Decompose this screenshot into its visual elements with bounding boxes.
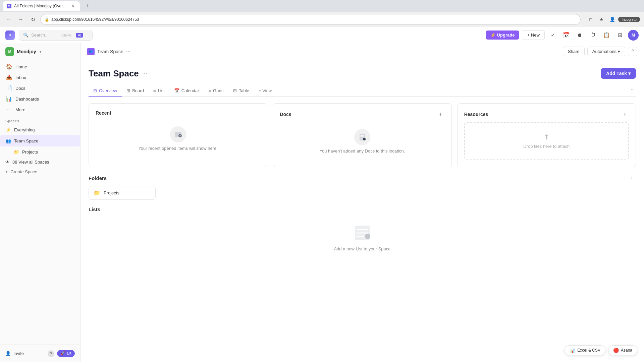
search-icon: 🔍: [23, 33, 29, 38]
add-view-button[interactable]: + View: [255, 85, 275, 96]
lists-title: Lists: [89, 206, 100, 212]
team-space-dots[interactable]: ···: [63, 137, 69, 144]
asana-icon: 🔴: [613, 348, 619, 353]
sidebar-item-docs[interactable]: 📄 Docs: [3, 83, 77, 94]
sidebar-footer: 👤 Invite ? 🚀 1/5: [0, 345, 80, 362]
tab-gantt[interactable]: ≡ Gantt: [204, 85, 228, 97]
everything-label: Everything: [14, 127, 35, 132]
workspace-icon: M: [5, 47, 14, 56]
folders-add-button[interactable]: +: [628, 174, 636, 182]
drop-area[interactable]: ⬆ Drop files here to attach: [464, 122, 629, 160]
new-button[interactable]: + New: [522, 30, 545, 40]
tabs-collapse-button[interactable]: ⌃: [628, 87, 636, 95]
view-all-spaces[interactable]: 👁 88 View all Spaces: [0, 157, 80, 167]
upgrade-button[interactable]: ⚡ Upgrade: [486, 31, 520, 40]
workspace-name: Moodjoy: [17, 49, 36, 54]
view-all-icon: 👁: [5, 160, 10, 165]
gantt-tab-label: Gantt: [213, 88, 224, 93]
sidebar-item-team-space[interactable]: 👥 Team Space ··· +: [0, 135, 80, 146]
add-task-chevron-icon: ▾: [628, 71, 631, 76]
app-logo: ✦: [5, 31, 15, 40]
browser-tab[interactable]: M All Folders | Moodjoy (Overvie... ✕: [3, 1, 80, 11]
profile-icon[interactable]: 👤: [607, 15, 617, 24]
more-icon: ⋯: [6, 107, 12, 113]
folders-header: Folders +: [89, 174, 636, 182]
ai-label[interactable]: AI: [76, 33, 83, 38]
share-button[interactable]: Share: [563, 47, 585, 56]
search-placeholder: Search...: [31, 33, 49, 38]
sidebar-item-everything[interactable]: ⚡ Everything: [0, 124, 80, 135]
tab-board[interactable]: ⊞ Board: [122, 85, 149, 97]
address-bar[interactable]: 🔒 app.clickup.com/9016164592/v/o/s/90160…: [40, 14, 581, 25]
browser-new-tab-btn[interactable]: +: [83, 1, 92, 11]
browser-chrome: M All Folders | Moodjoy (Overvie... ✕ + …: [0, 0, 644, 27]
progress-pill[interactable]: 🚀 1/5: [57, 350, 75, 357]
sidebar-item-more[interactable]: ⋯ More: [3, 104, 77, 115]
forward-button[interactable]: →: [16, 15, 25, 24]
team-space-icon: 👥: [5, 138, 11, 144]
grid-icon-btn[interactable]: ⊞: [614, 30, 625, 41]
record-icon-btn[interactable]: ⏺: [574, 30, 585, 41]
tab-calendar[interactable]: 📅 Calendar: [169, 85, 204, 97]
folder-label: Projects: [104, 190, 119, 195]
excel-csv-import[interactable]: 📊 Excel & CSV: [565, 345, 605, 355]
back-button[interactable]: ←: [4, 15, 13, 24]
docs-icon-btn[interactable]: 📋: [601, 30, 612, 41]
asana-label: Asana: [621, 348, 632, 353]
content-area: 👥 Team Space ··· Share Automations ▾ ⌃ T…: [80, 43, 644, 362]
search-bar[interactable]: 🔍 Search... Ctrl+K AI: [19, 30, 93, 41]
lock-icon: 🔒: [45, 17, 49, 22]
browser-tab-close[interactable]: ✕: [70, 3, 76, 9]
sidebar-item-dashboards[interactable]: 📊 Dashboards: [3, 94, 77, 104]
list-tab-label: List: [158, 88, 164, 93]
team-space-add[interactable]: +: [70, 137, 77, 144]
drop-text: Drop files here to attach: [523, 144, 570, 149]
help-button[interactable]: ?: [48, 350, 54, 357]
board-tab-label: Board: [132, 88, 144, 93]
browser-tab-title: All Folders | Moodjoy (Overvie...: [14, 4, 68, 8]
list-tab-icon: ≡: [153, 88, 156, 93]
workspace-selector[interactable]: M Moodjoy ▾: [0, 43, 80, 60]
docs-add-button[interactable]: +: [437, 110, 445, 118]
folder-item-projects[interactable]: 📁 Projects: [89, 186, 156, 200]
progress-icon: 🚀: [60, 351, 65, 356]
breadcrumb-dots[interactable]: ···: [126, 49, 130, 55]
folders-title: Folders: [89, 175, 107, 181]
tab-table[interactable]: ⊞ Table: [228, 85, 254, 97]
tab-overview[interactable]: ⊞ Overview: [89, 85, 122, 97]
sidebar-home-label: Home: [15, 64, 27, 69]
sidebar-item-home[interactable]: 🏠 Home: [3, 61, 77, 72]
timer-icon-btn[interactable]: ⏱: [588, 30, 598, 41]
checkmark-icon-btn[interactable]: ✓: [547, 30, 558, 41]
add-task-button[interactable]: Add Task ▾: [601, 68, 636, 79]
calendar-icon-btn[interactable]: 📅: [561, 30, 572, 41]
automations-button[interactable]: Automations ▾: [587, 47, 625, 56]
browser-toolbar: ← → ↻ 🔒 app.clickup.com/9016164592/v/o/s…: [0, 12, 644, 27]
lists-section: Lists Add a new List to your Space: [89, 206, 636, 258]
docs-empty-text: You haven't added any Docs to this locat…: [320, 148, 405, 154]
asana-import[interactable]: 🔴 Asana: [608, 345, 637, 355]
invite-button[interactable]: 👤 Invite: [5, 349, 24, 358]
home-icon: 🏠: [6, 64, 12, 70]
star-icon[interactable]: ★: [597, 15, 606, 24]
breadcrumb-icon: 👥: [87, 48, 95, 55]
incognito-pill: Incognito: [618, 17, 640, 22]
recent-card-empty: Your recent opened items will show here.: [96, 120, 260, 158]
reload-button[interactable]: ↻: [28, 15, 38, 24]
collapse-button[interactable]: ⌃: [628, 47, 637, 56]
cast-icon[interactable]: ⊓: [586, 15, 595, 24]
lists-empty-icon: [352, 223, 372, 243]
tab-list[interactable]: ≡ List: [149, 85, 169, 97]
docs-icon: 📄: [6, 85, 12, 91]
sidebar-item-inbox[interactable]: 📥 Inbox: [3, 72, 77, 83]
recent-empty-icon: [170, 126, 186, 142]
user-avatar[interactable]: M: [628, 30, 639, 41]
app-header-right: ⚡ Upgrade + New ✓ 📅 ⏺ ⏱ 📋 ⊞ M: [486, 30, 639, 41]
page-title-dots[interactable]: ···: [142, 70, 147, 77]
resources-add-button[interactable]: +: [621, 110, 629, 118]
browser-favicon: M: [7, 4, 11, 8]
docs-card-empty: You haven't added any Docs to this locat…: [280, 122, 444, 160]
create-space[interactable]: + Create Space: [0, 167, 80, 177]
sidebar-item-projects[interactable]: 📁 Projects: [8, 146, 80, 157]
automations-label: Automations: [592, 49, 616, 54]
